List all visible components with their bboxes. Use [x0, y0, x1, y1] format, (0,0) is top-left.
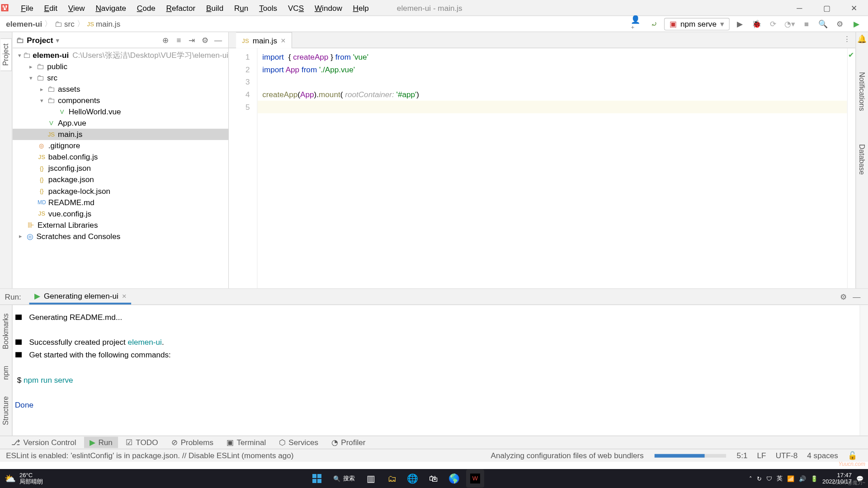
- taskbar-app1[interactable]: 🌎: [445, 469, 463, 488]
- status-readonly-icon[interactable]: 🔓: [843, 451, 862, 460]
- status-spaces[interactable]: 4 spaces: [802, 451, 843, 460]
- build-icon[interactable]: ⤾: [647, 17, 660, 30]
- tray-volume-icon[interactable]: 🔊: [799, 475, 806, 482]
- minimize-button[interactable]: ─: [786, 0, 813, 16]
- bottom-todo[interactable]: ☑TODO: [120, 437, 163, 448]
- taskbar-edge[interactable]: 🌐: [404, 469, 422, 488]
- tree-readme[interactable]: MDREADME.md: [13, 197, 228, 208]
- bottom-profiler[interactable]: ◔Profiler: [326, 437, 371, 448]
- tool-bookmarks[interactable]: Bookmarks: [1, 311, 11, 352]
- tree-extlib[interactable]: ⊪External Libraries: [13, 219, 228, 230]
- close-button[interactable]: ✕: [840, 0, 868, 16]
- status-lf[interactable]: LF: [752, 451, 771, 460]
- close-run-tab-icon[interactable]: ×: [122, 291, 127, 300]
- run-task-tab[interactable]: ▶ Generating elemen-ui ×: [29, 289, 131, 305]
- tray-battery-icon[interactable]: 🔋: [811, 475, 818, 482]
- run-button[interactable]: ▶: [733, 17, 746, 30]
- tree-vueconfig[interactable]: JSvue.config.js: [13, 208, 228, 219]
- bottom-run[interactable]: ▶Run: [84, 437, 118, 448]
- tool-notifications[interactable]: Notifications: [857, 67, 868, 116]
- tree-appvue[interactable]: VApp.vue: [13, 117, 228, 129]
- tree-helloworld[interactable]: VHelloWorld.vue: [13, 106, 228, 117]
- tree-assets[interactable]: ▸🗀assets: [13, 84, 228, 95]
- tray-ime[interactable]: 英: [777, 474, 783, 483]
- breadcrumb-src[interactable]: 🗀src: [55, 19, 75, 28]
- tree-jsconfig[interactable]: {}jsconfig.json: [13, 163, 228, 174]
- menu-refactor[interactable]: Refactor: [162, 1, 199, 14]
- app-logo-icon: W: [0, 3, 14, 13]
- close-tab-icon[interactable]: ×: [281, 36, 286, 45]
- tray-wifi-icon[interactable]: 📶: [787, 475, 794, 482]
- menu-view[interactable]: View: [64, 1, 89, 14]
- menu-code[interactable]: Code: [133, 1, 160, 14]
- coverage-icon[interactable]: ⟳: [767, 17, 780, 30]
- profile-icon[interactable]: ◔▾: [783, 17, 797, 30]
- status-enc[interactable]: UTF-8: [771, 451, 802, 460]
- tree-mainjs[interactable]: JSmain.js: [13, 129, 228, 140]
- tool-npm[interactable]: npm: [1, 363, 11, 382]
- stop-button[interactable]: ■: [800, 17, 813, 30]
- taskbar-taskview[interactable]: ▥: [362, 469, 380, 488]
- settings-icon[interactable]: ⚙: [833, 17, 846, 30]
- tree-babel[interactable]: JSbabel.config.js: [13, 151, 228, 163]
- tree-gitignore[interactable]: ◎.gitignore: [13, 140, 228, 151]
- menu-file[interactable]: File: [17, 1, 38, 14]
- tree-components[interactable]: ▾🗀components: [13, 95, 228, 106]
- start-button[interactable]: [308, 469, 326, 488]
- run-hide-icon[interactable]: —: [850, 292, 863, 301]
- taskbar-clock[interactable]: 17:47 2022/10/17: [822, 472, 852, 485]
- tree-root[interactable]: ▾🗀 elemen-ui C:\Users\张远洁\Desktop\VUE学习\…: [13, 49, 228, 61]
- tree-src[interactable]: ▾🗀src: [13, 72, 228, 84]
- locate-icon[interactable]: ⊕: [159, 33, 172, 47]
- bottom-version-control[interactable]: ⎇Version Control: [6, 437, 81, 448]
- tool-structure[interactable]: Structure: [1, 394, 11, 428]
- menu-tools[interactable]: Tools: [255, 1, 281, 14]
- tree-package[interactable]: {}package.json: [13, 174, 228, 185]
- bottom-services[interactable]: ⬡Services: [274, 437, 324, 448]
- panel-hide-icon[interactable]: —: [212, 33, 225, 47]
- taskbar-webstorm[interactable]: W: [466, 469, 484, 488]
- run-console-output[interactable]: ⯀ Generating README.md... ⯀ Successfully…: [13, 305, 860, 436]
- menu-help[interactable]: Help: [349, 1, 373, 14]
- menu-window[interactable]: Window: [311, 1, 346, 14]
- tree-scratches[interactable]: ▸◎Scratches and Consoles: [13, 230, 228, 242]
- tray-chevron-icon[interactable]: ˄: [749, 475, 752, 482]
- tray-sync-icon[interactable]: ↻: [757, 475, 762, 482]
- menu-navigate[interactable]: Navigate: [91, 1, 130, 14]
- menu-vcs[interactable]: VCS: [284, 1, 308, 14]
- taskbar-store[interactable]: 🛍: [425, 469, 443, 488]
- console-scrollbar[interactable]: [859, 305, 868, 436]
- editor-tabs-menu-icon[interactable]: ⋮: [843, 34, 851, 43]
- status-pos[interactable]: 5:1: [732, 451, 752, 460]
- taskbar-weather[interactable]: ⛅ 26°C 局部晴朗: [5, 472, 43, 485]
- maximize-button[interactable]: ▢: [813, 0, 841, 16]
- taskbar-explorer[interactable]: 🗂: [383, 469, 401, 488]
- menu-run[interactable]: Run: [230, 1, 253, 14]
- tree-public[interactable]: ▸🗀public: [13, 61, 228, 72]
- notifications-bell-icon[interactable]: 🔔: [857, 34, 867, 43]
- run-anything-icon[interactable]: ▶: [850, 17, 863, 30]
- tree-lock[interactable]: {}package-lock.json: [13, 185, 228, 197]
- search-icon[interactable]: 🔍: [816, 17, 830, 30]
- tool-database[interactable]: Database: [857, 140, 868, 180]
- collapse-icon[interactable]: ⇥: [185, 33, 198, 47]
- code-editor[interactable]: import { createApp } from 'vue' import A…: [258, 48, 847, 288]
- bottom-terminal[interactable]: ▣Terminal: [221, 437, 271, 448]
- add-user-icon[interactable]: 👤⁺: [631, 17, 644, 30]
- taskbar-search[interactable]: 🔍搜索: [329, 469, 359, 488]
- editor-tab-mainjs[interactable]: JS main.js ×: [236, 32, 292, 48]
- tool-project[interactable]: Project: [0, 38, 12, 71]
- run-config-selector[interactable]: ▣ npm serve ▾: [664, 18, 730, 30]
- inspection-ok-icon[interactable]: ✔: [848, 51, 854, 59]
- menu-build[interactable]: Build: [202, 1, 228, 14]
- breadcrumb-file[interactable]: JSmain.js: [87, 19, 121, 28]
- tray-defender-icon[interactable]: 🛡: [766, 475, 772, 482]
- run-settings-icon[interactable]: ⚙: [837, 292, 850, 301]
- menu-edit[interactable]: Edit: [40, 1, 61, 14]
- bottom-problems[interactable]: ⊘Problems: [166, 437, 219, 448]
- expand-icon[interactable]: ≡: [172, 33, 185, 47]
- panel-settings-icon[interactable]: ⚙: [198, 33, 212, 47]
- tray-notifications-icon[interactable]: 💬: [856, 475, 863, 482]
- breadcrumb-project[interactable]: elemen-ui: [6, 19, 42, 28]
- debug-button[interactable]: 🐞: [750, 17, 763, 30]
